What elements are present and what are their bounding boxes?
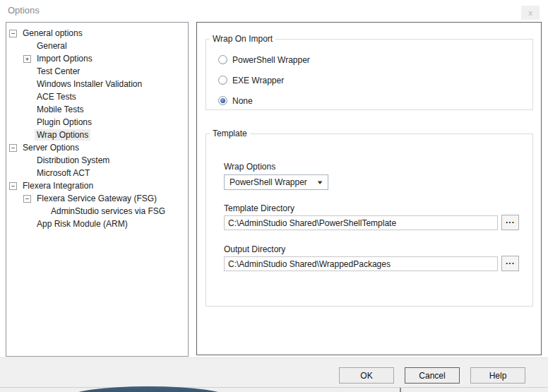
radio-option[interactable]: PowerShell Wrapper [206,49,532,70]
output-directory-input[interactable] [224,256,498,271]
tree-item-label: General options [20,28,85,39]
tree-indent-spacer [23,220,31,228]
background-window-shape [67,386,230,392]
tree-collapse-icon[interactable]: − [9,30,17,37]
tree-item-label: General [35,40,69,52]
tree-item-label: App Risk Module (ARM) [35,218,130,230]
tree-item[interactable]: −Flexera Service Gateway (FSG) [6,192,188,205]
tree-indent-spacer [23,170,31,177]
tree-item[interactable]: ACE Tests [6,90,188,103]
tree-item[interactable]: App Risk Module (ARM) [6,218,188,230]
ok-button[interactable]: OK [339,367,394,384]
radio-option[interactable]: EXE Wrapper [206,70,532,90]
tree-item-label: Server Options [20,142,81,153]
tree-item-label: Mobile Tests [35,104,85,115]
title-bar[interactable]: Options x [0,0,548,21]
close-icon: x [528,9,532,17]
chevron-down-icon: ▼ [316,179,323,186]
tree-item[interactable]: Plugin Options [6,116,188,129]
tree-indent-spacer [23,119,31,126]
tree-indent-spacer [37,208,45,215]
template-directory-input[interactable] [224,215,498,230]
wrap-on-import-group-title: Wrap On Import [210,34,275,44]
radio-selected-icon[interactable] [218,96,227,105]
tree-item-label: Plugin Options [35,117,94,128]
wrap-options-label: Wrap Options [224,162,275,172]
tree-item[interactable]: Distribution System [6,154,188,167]
radio-option-label: EXE Wrapper [232,76,284,85]
radio-option[interactable]: None [206,90,532,111]
tree-item[interactable]: General [6,40,188,52]
tree-item-label: Test Center [35,66,82,77]
tree-item-label: ACE Tests [35,91,78,102]
radio-unselected-icon[interactable] [218,55,227,64]
cancel-button[interactable]: Cancel [405,367,460,384]
options-dialog-window: Options x −General optionsGeneral+Import… [0,0,548,392]
tree-expand-icon[interactable]: + [23,55,31,63]
settings-panel: Wrap On Import PowerShell WrapperEXE Wra… [196,22,542,355]
tree-item[interactable]: AdminStudio services via FSG [6,205,188,218]
template-directory-label: Template Directory [224,203,294,213]
tree-item-label: AdminStudio services via FSG [49,206,167,217]
tree-indent-spacer [23,131,31,139]
tree-item-label: Flexera Integration [20,180,95,191]
dialog-footer: OK Cancel Help [0,357,548,388]
tree-collapse-icon[interactable]: − [9,182,17,190]
output-directory-browse-button[interactable]: ... [501,256,519,271]
tree-indent-spacer [23,106,31,114]
dialog-title: Options [8,5,40,16]
radio-option-label: PowerShell Wrapper [232,55,310,65]
tree-item-label: Wrap Options [35,129,90,141]
tree-item-label: Import Options [35,53,95,64]
tree-item-label: Distribution System [35,155,112,166]
tree-item[interactable]: −General options [6,27,188,40]
tree-item[interactable]: +Import Options [6,52,188,65]
tree-item[interactable]: Test Center [6,65,188,78]
tree-indent-spacer [23,42,31,50]
radio-unselected-icon[interactable] [218,76,227,85]
template-group-title: Template [210,129,250,138]
tree-item[interactable]: Windows Installer Validation [6,78,188,90]
tree-item[interactable]: −Flexera Integration [6,179,188,192]
tree-item[interactable]: −Server Options [6,141,188,154]
wrap-on-import-group: Wrap On Import PowerShell WrapperEXE Wra… [206,34,533,110]
template-group: Template Wrap Options PowerShell Wrapper… [206,129,533,307]
tree-collapse-icon[interactable]: − [23,195,31,203]
wrap-on-import-radios: PowerShell WrapperEXE WrapperNone [206,49,532,111]
tree-collapse-icon[interactable]: − [9,144,17,152]
wrap-options-dropdown[interactable]: PowerShell Wrapper ▼ [224,174,328,190]
tree-indent-spacer [23,68,31,76]
tree-item[interactable]: Microsoft ACT [6,167,188,179]
tree-indent-spacer [23,81,31,88]
desktop-background-strip [0,387,548,392]
tree-item-label: Microsoft ACT [35,167,92,179]
close-button[interactable]: x [521,6,540,20]
radio-option-label: None [232,96,253,106]
tree-item[interactable]: Mobile Tests [6,103,188,116]
wrap-options-dropdown-value: PowerShell Wrapper [230,177,307,187]
tree-item-label: Flexera Service Gateway (FSG) [35,193,159,204]
help-button[interactable]: Help [470,367,525,384]
tree-item-label: Windows Installer Validation [35,78,144,90]
tree-item[interactable]: Wrap Options [6,129,188,141]
tree-indent-spacer [23,157,31,165]
tree-indent-spacer [23,93,31,101]
output-directory-label: Output Directory [224,244,285,254]
background-window-edge [400,388,401,392]
options-tree: −General optionsGeneral+Import OptionsTe… [6,22,189,357]
template-directory-browse-button[interactable]: ... [501,215,519,230]
